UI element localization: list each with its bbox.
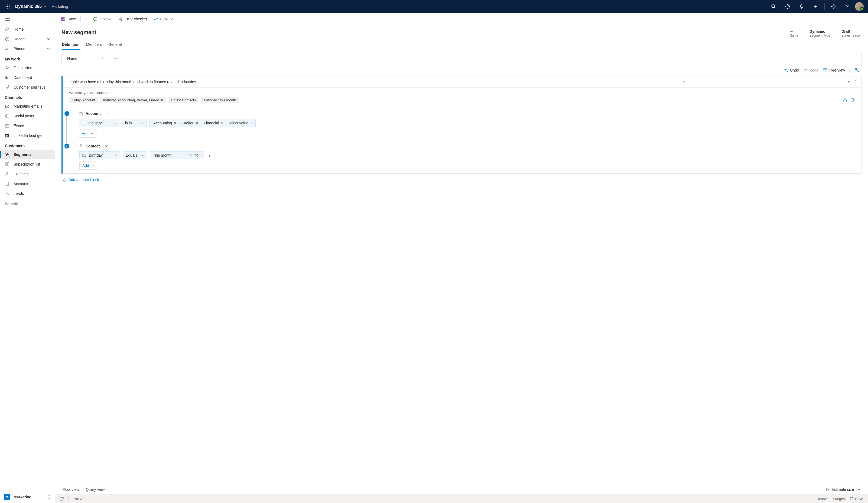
statusbar-save-button[interactable]: Save <box>850 497 863 501</box>
suggestion-chip[interactable]: Entity: Account <box>69 97 98 103</box>
app-name[interactable]: Dynamic 365 <box>13 4 48 9</box>
flow-view-tab[interactable]: Flow view <box>63 487 79 492</box>
settings-icon[interactable] <box>827 0 840 13</box>
section-channels: Channels <box>0 92 55 101</box>
field-selector-industry[interactable]: Industry <box>79 119 120 127</box>
sub-app-name[interactable]: Marketing <box>51 4 68 9</box>
tree-view-button[interactable]: Tree view <box>823 68 845 72</box>
app-switcher[interactable]: M Marketing <box>0 491 55 503</box>
nav-dashboard[interactable]: Dashboard <box>0 73 55 82</box>
date-value-box[interactable]: This month <box>150 151 204 159</box>
name-field-row[interactable]: Name * --- <box>61 53 861 64</box>
svg-point-3 <box>6 6 7 7</box>
play-icon <box>5 65 10 70</box>
user-avatar[interactable] <box>855 2 864 11</box>
nav-customer-journeys[interactable]: Customer journeys <box>0 82 55 92</box>
tab-members[interactable]: Members <box>85 40 102 49</box>
meta-segment-type[interactable]: Dynamic Segment Type <box>805 29 830 37</box>
nav-recent[interactable]: Recent <box>0 34 55 44</box>
value-selector[interactable]: Accounting ✕ Broker ✕ Financial ✕ Select… <box>149 119 256 127</box>
tab-definition[interactable]: Definition <box>61 40 80 49</box>
add-condition-contact[interactable]: Add <box>79 162 97 170</box>
undo-button[interactable]: Undo <box>784 68 799 72</box>
estimate-dropdown[interactable] <box>858 488 860 491</box>
nav-segments[interactable]: Segments <box>0 150 55 159</box>
operator-equals-label: Equals <box>126 153 137 158</box>
expand-button[interactable] <box>854 67 860 73</box>
chevron-down-icon <box>141 154 144 157</box>
nav-journey-label: Customer journeys <box>13 85 45 89</box>
nav-pinned[interactable]: Pinned <box>0 44 55 54</box>
svg-point-6 <box>6 8 7 9</box>
chevron-down-icon <box>91 164 94 167</box>
nav-accounts-label: Accounts <box>13 182 29 186</box>
nav-get-started[interactable]: Get started <box>0 63 55 73</box>
play-outline-icon <box>826 487 829 491</box>
chevron-down-icon <box>47 48 50 50</box>
calendar-icon[interactable] <box>188 153 192 157</box>
save-dropdown[interactable] <box>82 16 89 22</box>
nav-home[interactable]: Home <box>0 24 55 34</box>
nav-social-posts[interactable]: Social posts <box>0 111 55 121</box>
save-icon <box>61 17 65 21</box>
nav-subscription-list[interactable]: Subscription list <box>0 159 55 169</box>
add-block-button[interactable]: Add another block <box>55 174 868 182</box>
dashboard-icon <box>5 75 10 80</box>
more-icon[interactable] <box>855 80 856 84</box>
suggestion-chip[interactable]: Entity: Contacts <box>168 97 198 103</box>
add-icon[interactable] <box>809 0 822 13</box>
nav-accounts[interactable]: Accounts <box>0 179 55 189</box>
add-condition-account[interactable]: Add <box>79 130 96 138</box>
flow-button[interactable]: Flow <box>151 15 176 23</box>
field-selector-birthday[interactable]: Birthday <box>79 151 120 159</box>
hamburger-icon[interactable] <box>0 13 55 24</box>
nav-leads[interactable]: Leads <box>0 189 55 198</box>
entity-account-header[interactable]: Account <box>79 111 109 116</box>
meta-name[interactable]: --- Name <box>790 29 798 37</box>
nav-linkedin[interactable]: in LinkedIn lead gen <box>0 131 55 140</box>
meta-type-value: Dynamic <box>809 29 830 33</box>
svg-point-28 <box>7 172 8 174</box>
go-live-button[interactable]: Go live <box>91 15 114 23</box>
error-checker-button[interactable]: Error checker <box>115 15 150 23</box>
remove-value-icon[interactable]: ✕ <box>174 121 177 125</box>
entity-contact-header[interactable]: Contact <box>79 144 108 148</box>
target-icon[interactable] <box>781 0 794 13</box>
remove-value-icon[interactable]: ✕ <box>221 121 224 125</box>
nav-home-label: Home <box>13 27 23 31</box>
lightbulb-icon[interactable] <box>795 0 808 13</box>
search-icon[interactable] <box>767 0 780 13</box>
meta-status-label: Status reason <box>841 33 861 37</box>
svg-point-36 <box>856 80 856 81</box>
nav-events[interactable]: Events <box>0 121 55 131</box>
waffle-icon[interactable] <box>2 4 13 9</box>
suggestion-chip[interactable]: Birthday : this month <box>201 97 239 103</box>
collapse-x-icon[interactable] <box>847 80 850 83</box>
redo-button[interactable]: Redo <box>803 68 818 72</box>
meta-status[interactable]: Draft Status reason <box>837 29 861 37</box>
operator-selector[interactable]: is in <box>122 119 146 127</box>
shuffle-icon[interactable] <box>194 153 198 157</box>
save-button[interactable]: Save <box>58 15 79 23</box>
nav-marketing-emails[interactable]: Marketing emails <box>0 101 55 111</box>
suggestion-chip[interactable]: Industry: Accounting, Broker, Financial <box>101 97 166 103</box>
svg-rect-29 <box>6 182 9 185</box>
condition-more-icon[interactable] <box>258 120 264 126</box>
thumbs-up-icon[interactable] <box>843 98 847 102</box>
query-view-tab[interactable]: Query view <box>85 487 105 492</box>
chevron-down-icon <box>47 38 50 40</box>
operator-selector-equals[interactable]: Equals <box>123 151 147 159</box>
remove-value-icon[interactable]: ✕ <box>195 121 198 125</box>
condition-more-icon[interactable] <box>207 152 212 158</box>
help-icon[interactable] <box>841 0 854 13</box>
collapse-icon[interactable] <box>682 80 686 83</box>
query-nl-text[interactable]: people who have a birthday this month an… <box>68 80 682 84</box>
nav-contacts[interactable]: Contacts <box>0 169 55 179</box>
tab-general[interactable]: General <box>108 40 122 49</box>
estimate-size-button[interactable]: Estimate size <box>826 487 854 492</box>
check-badge-icon: ✓ <box>64 111 69 116</box>
thumbs-down-icon[interactable] <box>850 98 855 102</box>
top-header: Dynamic 365 Marketing <box>0 0 868 13</box>
nav-get-started-label: Get started <box>13 66 32 70</box>
popout-icon[interactable] <box>60 497 64 501</box>
